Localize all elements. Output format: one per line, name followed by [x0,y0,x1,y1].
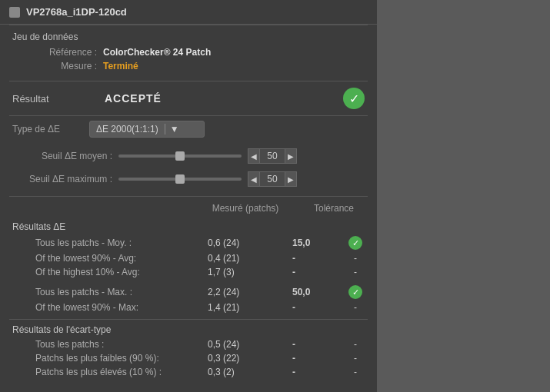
row-label-7: Patchs les plus élevés (10 %) : [12,367,208,377]
jeu-donnees-section: Jeu de données Référence : ColorChecker®… [0,25,377,81]
row-status-2: - [346,267,365,277]
slider-thumb-maximum[interactable] [175,174,185,184]
mesure-value: Terminé [103,61,138,71]
check-icon-3: ✓ [348,285,362,299]
seuil-maximum-decrease-button[interactable]: ◀ [248,171,260,187]
seuil-moyen-row: Seuil ΔE moyen : ◀ 50 ▶ [0,145,377,167]
table-row: Tous les patchs - Moy. : 0,6 (24) 15,0 ✓ [0,234,377,251]
mesure-row: Mesure : Terminé [12,61,365,71]
row-status-6: - [346,353,365,364]
row-label-3: Tous les patchs - Max. : [12,287,208,297]
resultat-value: ACCEPTÉ [105,92,162,105]
row-tolerance-1: - [292,253,346,264]
seuil-maximum-slider[interactable] [118,173,242,185]
seuil-maximum-increase-button[interactable]: ▶ [285,171,297,187]
row-label-2: Of the highest 10% - Avg: [12,267,208,277]
table-row: Of the lowest 90% - Avg: 0,4 (21) - - [0,251,377,265]
row-tolerance-3: 50,0 [292,287,346,297]
table-row: Patchs les plus élevés (10 %) : 0,3 (2) … [0,365,377,379]
row-status-5: - [346,339,365,350]
seuil-moyen-label: Seuil ΔE moyen : [12,151,112,161]
row-tolerance-4: - [292,302,346,313]
type-de-label: Type de ΔE [12,124,89,135]
seuil-maximum-value-box: ◀ 50 ▶ [248,171,297,187]
row-status-1: - [346,253,365,264]
row-tolerance-0: 15,0 [292,238,346,248]
type-de-dropdown[interactable]: ΔE 2000(1:1:1) ▼ [89,121,205,138]
row-tolerance-6: - [292,353,346,364]
window-icon [9,7,20,18]
seuil-maximum-label: Seuil ΔE maximum : [12,174,112,184]
reference-value: ColorChecker® 24 Patch [103,47,211,58]
slider-track-moyen [118,154,242,158]
resultat-row: Résultat ACCEPTÉ ✓ [0,83,377,114]
row-status-3: ✓ [346,285,365,299]
seuil-maximum-value: 50 [260,171,285,187]
row-tolerance-2: - [292,267,346,277]
section-divider-1 [9,81,368,81]
seuil-moyen-value-box: ◀ 50 ▶ [248,148,297,164]
row-label-0: Tous les patchs - Moy. : [12,238,208,248]
jeu-donnees-label: Jeu de données [12,32,365,42]
table-header: Mesuré (patchs) Tolérance [0,200,377,217]
reference-row: Référence : ColorChecker® 24 Patch [12,47,365,58]
table-row: Patchs les plus faibles (90 %): 0,3 (22)… [0,351,377,365]
section-divider-3 [9,196,368,197]
row-status-7: - [346,367,365,377]
row-label-4: Of the lowest 90% - Max: [12,302,208,313]
resultats-de-title: Résultats ΔE [0,217,377,234]
col-tolerance-header: Tolérance [303,203,365,214]
chevron-down-icon: ▼ [165,124,179,135]
row-label-1: Of the lowest 90% - Avg: [12,253,208,264]
row-tolerance-7: - [292,367,346,377]
mesure-label: Mesure : [28,61,97,71]
row-label-6: Patchs les plus faibles (90 %): [12,353,208,364]
row-measured-0: 0,6 (24) [208,238,292,248]
check-icon-0: ✓ [348,236,362,250]
resultat-check-icon: ✓ [343,88,365,109]
row-status-4: - [346,302,365,313]
slider-track-maximum [118,178,242,181]
slider-thumb-moyen[interactable] [175,151,185,161]
table-row: Tous les patchs : 0,5 (24) - - [0,337,377,351]
seuil-moyen-value: 50 [260,148,285,164]
main-panel: VP2768a_i1DP-120cd Jeu de données Référe… [0,0,377,392]
table-row: Of the lowest 90% - Max: 1,4 (21) - - [0,301,377,314]
row-measured-7: 0,3 (2) [208,367,292,377]
row-measured-4: 1,4 (21) [208,302,292,313]
row-label-5: Tous les patchs : [12,339,208,350]
resultats-ecart-title: Résultats de l'écart-type [0,320,377,337]
seuil-moyen-increase-button[interactable]: ▶ [285,148,297,164]
row-measured-6: 0,3 (22) [208,353,292,364]
table-row: Tous les patchs - Max. : 2,2 (24) 50,0 ✓ [0,284,377,301]
row-measured-1: 0,4 (21) [208,253,292,264]
window-title: VP2768a_i1DP-120cd [26,6,127,18]
row-status-0: ✓ [346,236,365,250]
row-measured-5: 0,5 (24) [208,339,292,350]
resultat-label: Résultat [12,93,105,105]
seuil-moyen-slider[interactable] [118,150,242,162]
dropdown-value: ΔE 2000(1:1:1) [96,124,158,135]
col-measured-header: Mesuré (patchs) [188,203,303,214]
right-panel [377,0,550,392]
reference-label: Référence : [28,47,97,58]
row-measured-3: 2,2 (24) [208,287,292,297]
table-row: Of the highest 10% - Avg: 1,7 (3) - - [0,265,377,279]
seuil-maximum-row: Seuil ΔE maximum : ◀ 50 ▶ [0,168,377,190]
row-tolerance-5: - [292,339,346,350]
title-bar: VP2768a_i1DP-120cd [0,0,377,25]
row-measured-2: 1,7 (3) [208,267,292,277]
type-de-row: Type de ΔE ΔE 2000(1:1:1) ▼ [0,116,377,142]
seuil-moyen-decrease-button[interactable]: ◀ [248,148,260,164]
